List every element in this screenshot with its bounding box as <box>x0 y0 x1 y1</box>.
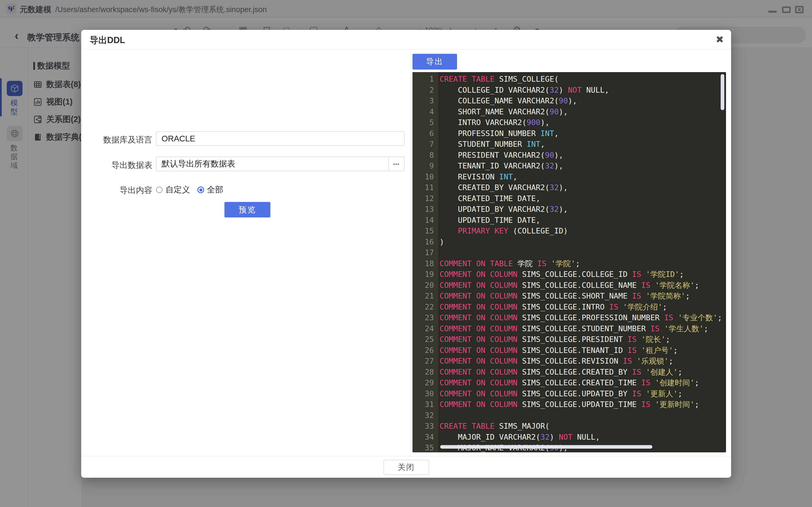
export-tables-value: 默认导出所有数据表 <box>156 158 235 170</box>
code-line: 5 INTRO VARCHAR2(900), <box>412 117 726 128</box>
code-line: 33CREATE TABLE SIMS_MAJOR( <box>412 421 726 432</box>
code-line: 31COMMENT ON COLUMN SIMS_COLLEGE.UPDATED… <box>412 399 726 410</box>
code-line: 11 CREATED_BY VARCHAR2(32), <box>412 182 726 193</box>
table-picker-ellipsis-button[interactable]: ▪▪▪ <box>388 157 404 171</box>
code-line: 2 COLLEGE_ID VARCHAR2(32) NOT NULL, <box>412 85 726 96</box>
radio-option-label: 全部 <box>207 184 223 195</box>
code-line: 9 TENANT_ID VARCHAR2(32), <box>412 161 726 172</box>
preview-button[interactable]: 预览 <box>224 202 270 217</box>
code-line: 21COMMENT ON COLUMN SIMS_COLLEGE.SHORT_N… <box>412 291 726 302</box>
code-line: 13 UPDATED_BY VARCHAR2(32), <box>412 204 726 215</box>
export-ddl-dialog: 导出DDL ✖ 数据库及语言 ORACLE 导出数据表 默认导出所有数据表 ▪▪… <box>81 30 731 478</box>
code-line: 14 UPDATED_TIME DATE, <box>412 215 726 226</box>
code-line: 23COMMENT ON COLUMN SIMS_COLLEGE.PROFESS… <box>412 313 726 323</box>
ddl-code-editor[interactable]: 1CREATE TABLE SIMS_COLLEGE(2 COLLEGE_ID … <box>412 72 726 452</box>
close-button[interactable]: 关闭 <box>384 460 429 475</box>
code-line: 10 REVISION INT, <box>412 172 726 182</box>
code-line: 4 SHORT_NAME VARCHAR2(90), <box>412 107 726 117</box>
code-line: 22COMMENT ON COLUMN SIMS_COLLEGE.INTRO I… <box>412 302 726 313</box>
vertical-scrollbar[interactable] <box>721 74 724 110</box>
export-tables-input[interactable]: 默认导出所有数据表 ▪▪▪ <box>156 157 405 171</box>
code-line: 29COMMENT ON COLUMN SIMS_COLLEGE.CREATED… <box>412 378 726 388</box>
code-line: 6 PROFESSION_NUMBER INT, <box>412 128 726 139</box>
dialog-footer: 关闭 <box>81 456 731 478</box>
export-content-label: 导出内容 <box>81 185 152 196</box>
code-line: 34 MAJOR_ID VARCHAR2(32) NOT NULL, <box>412 432 726 443</box>
export-form: 数据库及语言 ORACLE 导出数据表 默认导出所有数据表 ▪▪▪ 导出内容 自… <box>81 50 410 456</box>
code-line: 12 CREATED_TIME DATE, <box>412 193 726 204</box>
horizontal-scrollbar[interactable] <box>440 445 652 449</box>
editor-lines: 1CREATE TABLE SIMS_COLLEGE(2 COLLEGE_ID … <box>412 74 726 452</box>
code-line: 32 <box>412 410 726 421</box>
code-line: 30COMMENT ON COLUMN SIMS_COLLEGE.UPDATED… <box>412 388 726 399</box>
code-line: 17 <box>412 247 726 258</box>
code-line: 28COMMENT ON COLUMN SIMS_COLLEGE.CREATED… <box>412 367 726 378</box>
radio-option-label: 自定义 <box>165 184 190 195</box>
code-line: 18COMMENT ON TABLE 学院 IS '学院'; <box>412 258 726 269</box>
db-language-input[interactable]: ORACLE <box>156 131 405 146</box>
code-line: 20COMMENT ON COLUMN SIMS_COLLEGE.COLLEGE… <box>412 280 726 291</box>
dialog-title: 导出DDL <box>90 34 125 46</box>
code-line: 15 PRIMARY KEY (COLLEGE_ID) <box>412 226 726 237</box>
export-tables-label: 导出数据表 <box>81 160 152 171</box>
dialog-close-icon[interactable]: ✖ <box>716 34 724 45</box>
export-content-radio-group: 自定义全部 <box>156 184 223 195</box>
db-language-value: ORACLE <box>156 134 195 144</box>
db-language-label: 数据库及语言 <box>81 134 152 146</box>
code-line: 3 COLLEGE_NAME VARCHAR2(90), <box>412 96 726 107</box>
export-button[interactable]: 导出 <box>412 54 457 69</box>
code-line: 26COMMENT ON COLUMN SIMS_COLLEGE.TENANT_… <box>412 345 726 356</box>
code-line: 7 STUDENT_NUMBER INT, <box>412 139 726 150</box>
code-line: 1CREATE TABLE SIMS_COLLEGE( <box>412 74 726 85</box>
radio-option-1[interactable]: 自定义 <box>156 184 190 195</box>
ddl-preview-pane: 导出 1CREATE TABLE SIMS_COLLEGE(2 COLLEGE_… <box>410 50 731 456</box>
code-line: 16) <box>412 237 726 247</box>
code-line: 8 PRESIDENT VARCHAR2(90), <box>412 150 726 161</box>
radio-selected-icon[interactable] <box>197 186 204 193</box>
code-line: 27COMMENT ON COLUMN SIMS_COLLEGE.REVISIO… <box>412 356 726 367</box>
code-line: 19COMMENT ON COLUMN SIMS_COLLEGE.COLLEGE… <box>412 269 726 280</box>
code-line: 25COMMENT ON COLUMN SIMS_COLLEGE.PRESIDE… <box>412 334 726 345</box>
radio-option-2[interactable]: 全部 <box>197 184 223 195</box>
code-line: 24COMMENT ON COLUMN SIMS_COLLEGE.STUDENT… <box>412 323 726 334</box>
dialog-header: 导出DDL ✖ <box>81 30 731 50</box>
radio-unselected-icon[interactable] <box>156 186 163 193</box>
